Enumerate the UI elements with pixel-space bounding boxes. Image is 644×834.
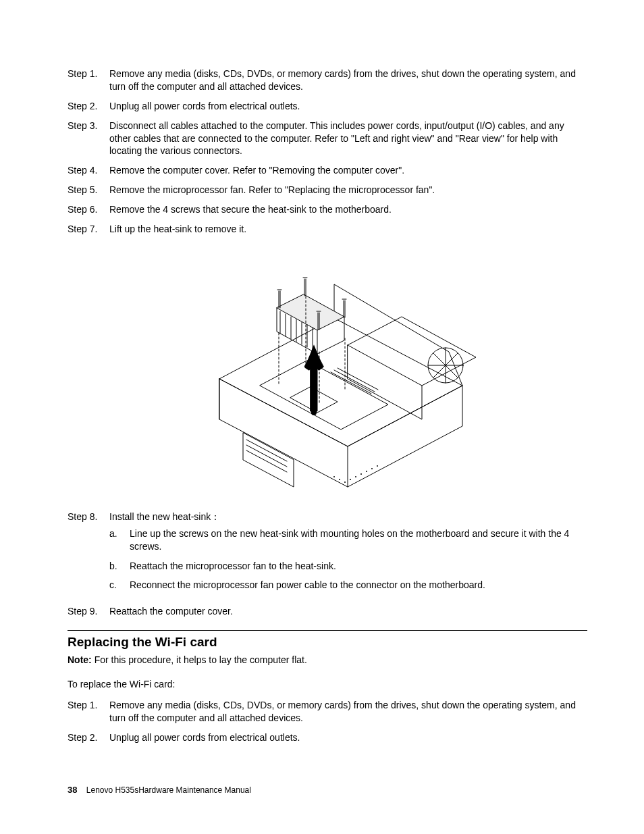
step-label: Step 4. (68, 164, 109, 177)
step-label: Step 2. (68, 731, 109, 744)
sub-step: a. Line up the screws on the new heat-si… (109, 527, 587, 553)
svg-point-7 (355, 476, 356, 477)
sub-step-text: Reconnect the microprocessor fan power c… (130, 579, 587, 592)
sub-step-label: c. (109, 579, 130, 592)
sub-step-text: Reattach the microprocessor fan to the h… (130, 560, 587, 573)
step-label: Step 6. (68, 203, 109, 216)
step-label: Step 8. (68, 511, 109, 598)
svg-rect-2 (311, 364, 317, 411)
step-text: Unplug all power cords from electrical o… (109, 731, 587, 744)
step-text: Remove the 4 screws that secure the heat… (109, 203, 587, 216)
step-item: Step 7. Lift up the heat-sink to remove … (68, 223, 587, 236)
step-item: Step 2. Unplug all power cords from elec… (68, 731, 587, 744)
sub-step: b. Reattach the microprocessor fan to th… (109, 560, 587, 573)
step-text: Remove any media (disks, CDs, DVDs, or m… (109, 68, 587, 93)
svg-point-9 (366, 471, 367, 472)
document-page: Step 1. Remove any media (disks, CDs, DV… (0, 0, 644, 834)
svg-point-4 (339, 479, 340, 480)
step-list-bottom: Step 1. Remove any media (disks, CDs, DV… (68, 699, 587, 744)
page-footer: 38 Lenovo H535sHardware Maintenance Manu… (68, 785, 251, 795)
step-label: Step 1. (68, 699, 109, 725)
step-body: Install the new heat-sink： a. Line up th… (109, 511, 587, 598)
note-text: For this procedure, it helps to lay the … (92, 654, 307, 665)
step-label: Step 9. (68, 605, 109, 618)
step-text: Remove any media (disks, CDs, DVDs, or m… (109, 699, 587, 725)
svg-point-11 (377, 465, 378, 467)
heatsink-removal-diagram (68, 244, 587, 502)
step-item: Step 8. Install the new heat-sink： a. Li… (68, 511, 587, 598)
step-item: Step 6. Remove the 4 screws that secure … (68, 203, 587, 216)
step-label: Step 2. (68, 100, 109, 113)
step-label: Step 3. (68, 120, 109, 158)
step-text: Lift up the heat-sink to remove it. (109, 223, 587, 236)
step-item: Step 2. Unplug all power cords from elec… (68, 100, 587, 113)
note-line: Note: For this procedure, it helps to la… (68, 654, 587, 667)
step-item: Step 1. Remove any media (disks, CDs, DV… (68, 68, 587, 93)
step-list-mid: Step 8. Install the new heat-sink： a. Li… (68, 511, 587, 618)
step-text: Unplug all power cords from electrical o… (109, 100, 587, 113)
svg-point-5 (344, 481, 346, 483)
step-label: Step 7. (68, 223, 109, 236)
step-item: Step 3. Disconnect all cables attached t… (68, 120, 587, 158)
step-label: Step 5. (68, 184, 109, 197)
svg-point-6 (350, 479, 351, 480)
step-label: Step 1. (68, 68, 109, 93)
sub-step: c. Reconnect the microprocessor fan powe… (109, 579, 587, 592)
page-number: 38 (68, 785, 77, 795)
section-heading: Replacing the Wi-Fi card (68, 635, 587, 650)
svg-point-8 (360, 473, 362, 475)
note-label: Note: (68, 654, 92, 665)
sub-step-label: b. (109, 560, 130, 573)
document-title: Lenovo H535sHardware Maintenance Manual (86, 785, 251, 795)
sub-step-list: a. Line up the screws on the new heat-si… (109, 527, 587, 592)
svg-point-3 (333, 476, 335, 477)
step-item: Step 9. Reattach the computer cover. (68, 605, 587, 618)
sub-step-label: a. (109, 527, 130, 553)
step-text: Reattach the computer cover. (109, 605, 587, 618)
step-item: Step 5. Remove the microprocessor fan. R… (68, 184, 587, 197)
step-item: Step 1. Remove any media (disks, CDs, DV… (68, 699, 587, 725)
section-divider (68, 630, 587, 631)
step-text: Remove the computer cover. Refer to "Rem… (109, 164, 587, 177)
step-text: Remove the microprocessor fan. Refer to … (109, 184, 587, 197)
step-item: Step 4. Remove the computer cover. Refer… (68, 164, 587, 177)
computer-chassis-icon (179, 244, 476, 500)
svg-point-10 (371, 468, 373, 469)
step-text: Install the new heat-sink： (109, 511, 220, 522)
section-intro: To replace the Wi-Fi card: (68, 679, 587, 689)
step-list-top: Step 1. Remove any media (disks, CDs, DV… (68, 68, 587, 236)
sub-step-text: Line up the screws on the new heat-sink … (130, 527, 587, 553)
step-text: Disconnect all cables attached to the co… (109, 120, 587, 158)
